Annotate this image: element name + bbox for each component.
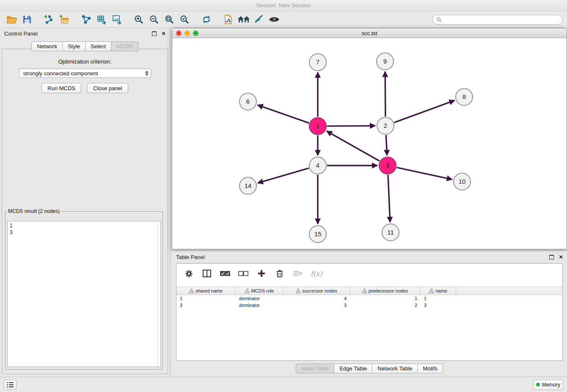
float-panel-icon[interactable] bbox=[152, 31, 157, 36]
graph-node-1[interactable]: 1 bbox=[309, 118, 326, 135]
show-task-history-button[interactable] bbox=[4, 380, 17, 390]
tab-select[interactable]: Select bbox=[85, 41, 111, 51]
graph-edge-4-14[interactable] bbox=[258, 168, 309, 183]
open-session-button[interactable] bbox=[4, 13, 19, 26]
columns-icon bbox=[203, 270, 211, 277]
export-image-button[interactable] bbox=[109, 13, 124, 26]
graph-node-7[interactable]: 7 bbox=[309, 54, 326, 71]
close-panel-icon[interactable]: × bbox=[162, 30, 165, 36]
zoom-window-button[interactable]: + bbox=[193, 30, 198, 36]
graph-node-label: 15 bbox=[314, 230, 322, 237]
function-builder-button: f(x) bbox=[311, 270, 322, 278]
tab-network[interactable]: Network bbox=[31, 41, 63, 51]
table-panel-header: Table Panel × bbox=[172, 251, 567, 262]
table-row-1[interactable]: 1dominator411 bbox=[176, 295, 562, 302]
zoom-selected-button[interactable] bbox=[177, 13, 192, 26]
graph-node-14[interactable]: 14 bbox=[239, 177, 256, 194]
criterion-select[interactable]: strongly connected component bbox=[19, 69, 151, 78]
graph-edge-3-11[interactable] bbox=[388, 175, 390, 222]
eye-icon bbox=[269, 16, 280, 23]
network-canvas[interactable]: 7968124314101511 bbox=[172, 38, 567, 249]
zoom-in-button[interactable] bbox=[131, 13, 146, 26]
node-table: f(x) shared nameMCDS rolesuccessor nodes… bbox=[176, 263, 563, 361]
graph-node-10[interactable]: 10 bbox=[454, 173, 471, 190]
table-row-3[interactable]: 3dominator323 bbox=[176, 302, 562, 309]
window-title: Session: New Session bbox=[256, 2, 311, 8]
graph-node-8[interactable]: 8 bbox=[456, 88, 473, 105]
graph-edge-3-10[interactable] bbox=[397, 168, 452, 179]
zoom-fit-button[interactable] bbox=[162, 13, 177, 26]
column-header-name[interactable]: name bbox=[421, 287, 456, 295]
close-panel-button[interactable]: Close panel bbox=[87, 83, 128, 93]
zoom-out-button[interactable] bbox=[146, 13, 162, 26]
delete-table-button bbox=[292, 268, 303, 279]
graph-node-11[interactable]: 11 bbox=[382, 224, 399, 241]
add-column-button[interactable] bbox=[256, 268, 267, 279]
tab-motifs[interactable]: Motifs bbox=[418, 364, 443, 373]
save-session-button[interactable] bbox=[19, 13, 35, 26]
search-input[interactable] bbox=[444, 16, 559, 23]
select-all-button[interactable] bbox=[220, 268, 231, 279]
mcds-result-list[interactable]: 13 bbox=[7, 221, 161, 367]
graph-edge-2-9[interactable] bbox=[385, 72, 385, 116]
show-columns-button[interactable] bbox=[201, 268, 212, 279]
traffic-lights: × − + bbox=[176, 28, 198, 38]
select-stepper-icon bbox=[145, 71, 149, 76]
tab-mcds[interactable]: MCDS bbox=[111, 41, 138, 51]
delete-column-button[interactable] bbox=[274, 268, 285, 279]
minimize-window-button[interactable]: − bbox=[184, 30, 190, 36]
new-network-icon bbox=[81, 14, 91, 25]
graph-node-9[interactable]: 9 bbox=[377, 53, 394, 70]
import-network-button[interactable] bbox=[41, 13, 57, 26]
column-header-shared-name[interactable]: shared name bbox=[176, 287, 236, 295]
column-header-mcds-role[interactable]: MCDS role bbox=[236, 287, 284, 295]
graph-node-4[interactable]: 4 bbox=[309, 157, 326, 174]
apply-style-button[interactable] bbox=[251, 13, 267, 26]
clipboard-network-icon bbox=[224, 14, 233, 25]
close-table-panel-icon[interactable]: × bbox=[559, 254, 563, 260]
show-hide-button[interactable] bbox=[267, 13, 282, 26]
tab-node-table[interactable]: Node Table bbox=[296, 364, 335, 373]
show-all-networks-button[interactable] bbox=[236, 13, 251, 26]
apply-layout-button[interactable] bbox=[199, 13, 214, 26]
network-from-clipboard-button[interactable] bbox=[221, 13, 236, 26]
network-view-window: × − + scc.txt 7968124314101511 bbox=[172, 28, 567, 249]
float-table-panel-icon[interactable] bbox=[549, 255, 554, 259]
table-cell: 3 bbox=[421, 303, 456, 308]
deselect-all-button[interactable] bbox=[238, 268, 249, 279]
graph-node-15[interactable]: 15 bbox=[309, 226, 326, 243]
table-settings-button[interactable] bbox=[183, 268, 194, 279]
graph-edge-2-8[interactable] bbox=[394, 100, 455, 122]
new-network-button[interactable] bbox=[79, 13, 94, 26]
graph-edge-1-2[interactable] bbox=[327, 126, 375, 126]
zoom-fit-icon bbox=[164, 14, 174, 25]
tab-network-table[interactable]: Network Table bbox=[372, 364, 418, 373]
import-network-icon bbox=[44, 14, 54, 25]
table-toolbar: f(x) bbox=[176, 264, 562, 283]
tab-edge-table[interactable]: Edge Table bbox=[334, 364, 372, 373]
run-mcds-button[interactable]: Run MCDS bbox=[41, 83, 81, 93]
control-panel: Control Panel × NetworkStyleSelectMCDS O… bbox=[0, 28, 170, 377]
graph-node-label: 8 bbox=[462, 93, 466, 100]
column-label: name bbox=[435, 288, 447, 293]
graph-node-6[interactable]: 6 bbox=[239, 93, 256, 110]
mcds-result-label: MCDS result (2 nodes) bbox=[7, 208, 61, 214]
graph-node-label: 14 bbox=[245, 182, 252, 189]
table-cell: 3 bbox=[284, 303, 350, 308]
graph-edge-1-6[interactable] bbox=[258, 105, 309, 123]
graph-node-3[interactable]: 3 bbox=[379, 157, 396, 174]
network-window-titlebar[interactable]: × − + scc.txt bbox=[172, 28, 567, 38]
memory-button[interactable]: Memory bbox=[533, 380, 563, 390]
table-panel: Table Panel × bbox=[172, 251, 567, 375]
import-table-button[interactable] bbox=[57, 13, 72, 26]
column-header-predecessor-nodes[interactable]: predecessor nodes bbox=[350, 287, 421, 295]
graph-node-label: 3 bbox=[386, 162, 389, 169]
column-header-successor-nodes[interactable]: successor nodes bbox=[284, 287, 350, 295]
tab-style[interactable]: Style bbox=[63, 41, 85, 51]
graph-edge-3-1[interactable] bbox=[327, 131, 380, 161]
graph-node-2[interactable]: 2 bbox=[377, 117, 394, 134]
graph-edge-2-3[interactable] bbox=[386, 135, 387, 155]
close-window-button[interactable]: × bbox=[176, 30, 182, 36]
export-table-button[interactable] bbox=[94, 13, 109, 26]
zoom-in-icon bbox=[134, 14, 144, 25]
